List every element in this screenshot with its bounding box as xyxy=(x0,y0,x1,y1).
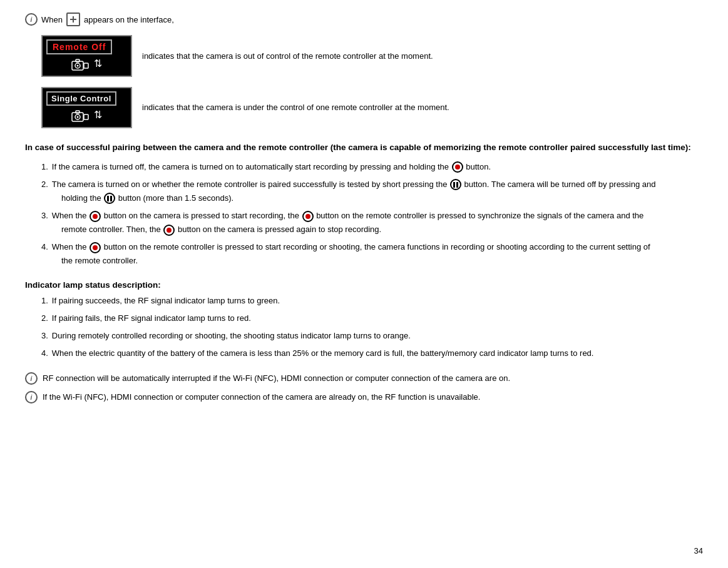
indicator-item-2: If pairing fails, the RF signal indicato… xyxy=(52,312,251,325)
camera-icon xyxy=(71,59,89,71)
indicator-num-4: 4. xyxy=(41,347,48,360)
single-control-icons: ⇅ xyxy=(46,108,127,124)
list-num-3: 3. xyxy=(41,210,48,222)
arrows-icon-2: ⇅ xyxy=(94,110,102,123)
note-icon: i xyxy=(25,13,38,26)
intro-line: i When appears on the interface, xyxy=(25,13,703,26)
indicator-item-3: During remotely controlled recording or … xyxy=(52,330,411,342)
list-item-1-text: If the camera is turned off, the camera … xyxy=(52,161,491,173)
svg-rect-3 xyxy=(76,59,79,62)
note-text-1: RF connection will be automatically inte… xyxy=(43,372,510,385)
note-block-2: i If the Wi-Fi (NFC), HDMI connection or… xyxy=(25,391,703,403)
indicator-item-4: When the electric quantity of the batter… xyxy=(52,347,594,360)
list-num-1: 1. xyxy=(41,161,48,173)
list-item: 1. If pairing succeeds, the RF signal in… xyxy=(41,295,703,307)
list-item-4-text: When the button on the remote controller… xyxy=(52,241,650,253)
list-item: 1. If the camera is turned off, the came… xyxy=(41,161,703,173)
note-icon-1: i xyxy=(25,372,38,385)
list-item: 3. When the button on the camera is pres… xyxy=(41,210,703,222)
indicator-list: 1. If pairing succeeds, the RF signal in… xyxy=(41,295,703,360)
svg-rect-11 xyxy=(84,114,88,119)
list-num-4: 4. xyxy=(41,241,48,253)
record-button-icon-3b xyxy=(302,211,314,222)
indicator-num-3: 3. xyxy=(41,330,48,342)
remote-off-screen: Remote Off ⇅ xyxy=(41,35,132,77)
list-item-2-text: The camera is turned on or whether the r… xyxy=(52,178,656,191)
pause-button-icon-2 xyxy=(104,193,115,204)
list-item-2-continuation: holding the button (more than 1.5 second… xyxy=(61,192,703,205)
pause-button-icon xyxy=(450,179,461,190)
svg-rect-6 xyxy=(84,63,88,68)
remote-off-block: Remote Off ⇅ indicates that the camera i… xyxy=(41,35,703,77)
list-item: 3. During remotely controlled recording … xyxy=(41,330,703,342)
when-text: When xyxy=(41,15,63,24)
indicator-num-1: 1. xyxy=(41,295,48,307)
indicator-section: Indicator lamp status description: 1. If… xyxy=(25,280,703,360)
single-control-box: Single Control ⇅ xyxy=(41,87,132,128)
indicator-title: Indicator lamp status description: xyxy=(25,280,703,290)
single-control-label: Single Control xyxy=(46,91,116,106)
record-button-icon xyxy=(452,161,463,173)
indicator-num-2: 2. xyxy=(41,312,48,325)
notes-section: i RF connection will be automatically in… xyxy=(25,372,703,403)
remote-off-label-row: Remote Off xyxy=(46,39,127,54)
note-icon-2: i xyxy=(25,391,38,403)
list-item: 4. When the electric quantity of the bat… xyxy=(41,347,703,360)
cross-icon xyxy=(66,13,80,26)
record-button-icon-4 xyxy=(90,242,101,253)
single-control-description: indicates that the camera is under the c… xyxy=(142,101,449,114)
svg-point-10 xyxy=(77,116,79,118)
record-button-icon-3a xyxy=(90,211,101,222)
camera-icon-2 xyxy=(71,110,89,123)
remote-off-box: Remote Off ⇅ xyxy=(41,35,132,77)
single-control-block: Single Control ⇅ indicates that the came… xyxy=(41,87,703,128)
remote-off-label: Remote Off xyxy=(46,39,112,54)
list-item: 2. If pairing fails, the RF signal indic… xyxy=(41,312,703,325)
list-num-2: 2. xyxy=(41,178,48,191)
record-button-icon-3c xyxy=(163,225,175,236)
page-number: 34 xyxy=(694,546,703,555)
appears-text: appears on the interface, xyxy=(84,15,174,24)
list-item: 4. When the button on the remote control… xyxy=(41,241,703,253)
list-item-4-continuation: the remote controller. xyxy=(61,255,703,267)
svg-point-5 xyxy=(77,65,79,67)
note-block-1: i RF connection will be automatically in… xyxy=(25,372,703,385)
note-text-2: If the Wi-Fi (NFC), HDMI connection or c… xyxy=(43,391,480,403)
list-item-3-text: When the button on the camera is pressed… xyxy=(52,210,643,222)
remote-off-icons: ⇅ xyxy=(46,56,127,73)
list-item-3-continuation: remote controller. Then, the button on t… xyxy=(61,223,703,236)
indicator-item-1: If pairing succeeds, the RF signal indic… xyxy=(52,295,280,307)
pairing-heading: In case of successful pairing between th… xyxy=(25,141,703,155)
single-control-label-row: Single Control xyxy=(46,91,127,106)
svg-rect-8 xyxy=(76,111,79,113)
pairing-list: 1. If the camera is turned off, the came… xyxy=(41,161,703,268)
list-item: 2. The camera is turned on or whether th… xyxy=(41,178,703,191)
single-control-screen: Single Control ⇅ xyxy=(41,87,132,128)
arrows-icon: ⇅ xyxy=(94,59,102,71)
remote-off-description: indicates that the camera is out of cont… xyxy=(142,50,433,63)
